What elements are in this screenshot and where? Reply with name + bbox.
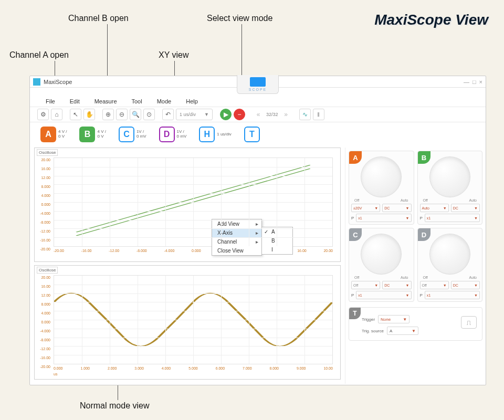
channel-t-icon: T [244,127,260,142]
trigger-source-label: Trig. source [362,329,384,333]
scope-mode-badge[interactable]: SCOPE [237,75,279,94]
knob-off-label: Off [354,276,359,279]
range-select-a[interactable]: ±20V▼ [351,204,380,212]
knob-auto-label: Auto [469,276,477,279]
knob-c-dial[interactable] [361,234,402,275]
x-axis-unit: us [37,372,338,376]
menu-file[interactable]: File [46,98,55,104]
chevron-right-icon: ▸ [256,230,258,236]
knob-a-dial[interactable] [361,156,402,197]
channel-b-icon: B [79,127,95,142]
annotation-channel-a: Channel A open [9,50,69,60]
chevron-down-icon: ▼ [204,112,209,117]
annotation-channel-b: Channel B open [68,14,129,23]
settings-button[interactable]: ⚙ [37,109,49,120]
channel-a-info: 4 V /0 V [58,130,67,139]
xy-scope-panel: Oscillose 20.0016.0012.008.0004.0000.000… [34,148,341,262]
knob-auto-label: Auto [401,198,408,202]
run-button[interactable]: ▶ [220,109,232,120]
undo-button[interactable]: ↶ [162,109,174,120]
probe-select-c[interactable]: x1▼ [356,291,411,299]
zoom-in-button[interactable]: ⊕ [102,109,114,120]
knob-off-label: Off [423,198,428,202]
pan-tool-button[interactable]: ✋ [83,109,95,120]
knob-panel-c: C OffAuto Off▼ DC▼ Px1▼ [349,228,414,302]
annotation-select-mode: Select view mode [207,14,272,23]
channel-h-chip[interactable]: H 1 us/div [199,127,232,142]
normal-y-axis: 20.0016.0012.008.0004.0000.000-4.000-8.0… [36,273,50,371]
trigger-edge-icon[interactable]: ⎍ [461,316,477,329]
submenu-item-i[interactable]: I [262,245,292,254]
context-submenu[interactable]: A B I [261,227,293,255]
zoom-out-button[interactable]: ⊖ [116,109,128,120]
chevron-right-icon: ▸ [256,221,258,227]
knob-b-dial[interactable] [429,156,470,197]
coupling-select-c[interactable]: DC▼ [382,281,411,289]
trigger-source-select[interactable]: A▼ [387,327,418,335]
knob-off-label: Off [423,276,428,279]
menu-edit[interactable]: Edit [70,98,80,104]
stop-button[interactable]: − [234,109,245,120]
zoom-button[interactable]: 🔍 [130,109,141,120]
xy-plot-area[interactable]: Add View▸ X-Axis▸ Channel▸ Close View A … [54,158,333,247]
channel-d-chip[interactable]: D 1V /0 mV [159,127,187,142]
normal-plot-area[interactable] [54,275,333,364]
channel-c-info: 1V /0 mV [136,130,146,139]
right-panel: A OffAuto ±20V▼ DC▼ Px1▼ B OffAuto Auto▼ [345,148,486,384]
next-frame-button[interactable]: » [280,109,292,120]
knob-d-dial[interactable] [429,234,470,275]
range-select-d[interactable]: Off▼ [420,281,449,289]
range-select-c[interactable]: Off▼ [351,281,380,289]
probe-select-d[interactable]: x1▼ [425,291,480,299]
menu-item-close-view[interactable]: Close View [212,246,261,255]
menu-help[interactable]: Help [186,98,198,104]
coupling-select-b[interactable]: DC▼ [451,204,480,212]
channel-a-chip[interactable]: A 4 V /0 V [40,127,67,142]
timebase-select[interactable]: 1 us/div▼ [176,109,213,120]
menubar: File Edit Measure Tool Mode Help [30,95,486,107]
timebase-value: 1 us/div [180,112,196,117]
range-select-b[interactable]: Auto▼ [420,204,449,212]
knob-a-label: A [349,151,362,164]
zoom-fit-button[interactable]: ⊙ [143,109,155,120]
annotation-normal-mode: Normal mode view [80,401,149,411]
knob-auto-label: Auto [401,276,408,279]
toolbar: ⚙ ⌂ ↖ ✋ ⊕ ⊖ 🔍 ⊙ ↶ 1 us/div▼ ▶ − « 32/32 … [30,107,486,122]
probe-select-a[interactable]: x1▼ [356,214,411,222]
menu-tool[interactable]: Tool [132,98,142,104]
knob-panel-b: B OffAuto Auto▼ DC▼ Px1▼ [417,151,483,225]
channel-d-info: 1V /0 mV [177,130,187,139]
scope-icon [250,77,266,87]
window-close-button[interactable]: × [479,79,482,85]
channel-d-icon: D [159,127,175,142]
menu-item-add-view[interactable]: Add View▸ [212,219,261,228]
waveform-view-button[interactable]: ∿ [299,109,311,120]
menu-item-channel[interactable]: Channel▸ [212,237,261,246]
knob-off-label: Off [354,198,359,202]
channel-b-info: 4 V /0 V [97,130,106,139]
channel-b-chip[interactable]: B 4 V /0 V [79,127,106,142]
menu-item-x-axis[interactable]: X-Axis▸ [212,228,261,237]
spectrum-view-button[interactable]: ⦀ [313,109,324,120]
knob-panel-a: A OffAuto ±20V▼ DC▼ Px1▼ [349,151,414,225]
normal-x-axis: 0.0001.0002.0003.0004.0005.0006.0007.000… [37,365,338,372]
knob-b-label: B [418,151,430,164]
coupling-select-d[interactable]: DC▼ [451,281,480,289]
probe-select-b[interactable]: x1▼ [425,214,480,222]
channel-t-chip[interactable]: T [244,127,260,142]
menu-mode[interactable]: Mode [157,98,172,104]
channel-h-info: 1 us/div [217,132,232,137]
trigger-panel: T ⎍ TriggerNone▼ Trig. sourceA▼ [349,307,482,341]
pointer-tool-button[interactable]: ↖ [70,109,81,120]
prev-frame-button[interactable]: « [253,109,264,120]
channel-c-chip[interactable]: C 1V /0 mV [119,127,146,142]
trigger-mode-select[interactable]: None▼ [378,315,410,323]
knob-d-label: D [418,228,430,241]
home-button[interactable]: ⌂ [51,109,62,120]
menu-measure[interactable]: Measure [94,98,117,104]
frame-counter: 32/32 [266,112,278,117]
coupling-select-a[interactable]: DC▼ [382,204,411,212]
window-maximize-button[interactable]: □ [472,79,476,85]
window-minimize-button[interactable]: — [464,79,469,85]
knob-panel-d: D OffAuto Off▼ DC▼ Px1▼ [417,228,483,302]
